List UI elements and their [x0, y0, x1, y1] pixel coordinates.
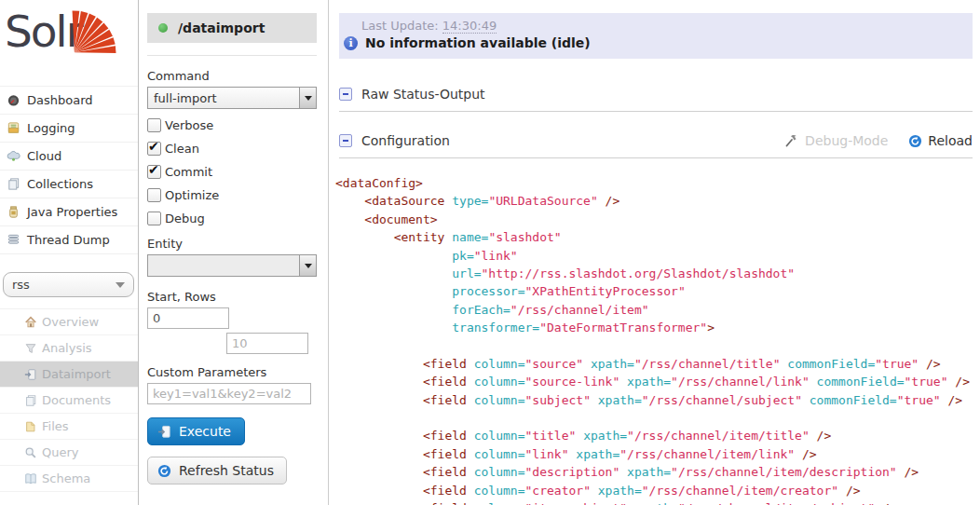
checkbox-row-commit[interactable]: Commit — [147, 165, 317, 179]
command-select-value: full-import — [148, 88, 299, 108]
command-select[interactable]: full-import — [147, 87, 317, 109]
last-update-time: 14:30:49 — [442, 19, 497, 34]
entity-select[interactable] — [147, 254, 317, 277]
files-icon — [24, 420, 37, 433]
rows-input[interactable] — [226, 333, 308, 354]
nav-label: Cloud — [27, 149, 61, 163]
dashboard-icon — [7, 93, 20, 107]
checkbox-row-verbose[interactable]: Verbose — [147, 118, 317, 132]
custom-parameters-input[interactable] — [147, 383, 311, 404]
debug-mode-label: Debug-Mode — [805, 133, 888, 148]
info-icon: i — [344, 36, 358, 50]
sidebar-item-thread-dump[interactable]: Thread Dump — [0, 226, 138, 254]
core-nav-item-documents[interactable]: Documents — [0, 388, 138, 414]
config-code: <dataConfig> <dataSource type="URLDataSo… — [335, 174, 980, 505]
execute-icon — [157, 425, 171, 439]
refresh-status-label: Refresh Status — [179, 463, 274, 478]
status-message: No information available (idle) — [365, 35, 591, 50]
sidebar-item-collections[interactable]: Collections — [0, 171, 138, 198]
start-rows-label: Start, Rows — [147, 290, 317, 304]
nav-label: Java Properties — [27, 205, 117, 219]
nav-label: Collections — [27, 177, 93, 191]
checkbox-row-debug[interactable]: Debug — [147, 212, 317, 225]
core-nav-item-analysis[interactable]: Analysis — [0, 335, 138, 362]
collapse-icon[interactable] — [339, 88, 352, 101]
optimize-checkbox[interactable] — [147, 188, 161, 202]
dataimport-form-panel: /dataimport Command full-import Verbose … — [139, 0, 329, 505]
nav-label: Thread Dump — [27, 233, 110, 247]
configuration-section-header[interactable]: Configuration Debug-Mode Reload — [339, 125, 973, 158]
core-nav-label: Files — [42, 419, 69, 433]
dataimport-icon — [24, 368, 37, 381]
core-nav-item-overview[interactable]: Overview — [0, 309, 138, 335]
status-green-dot-icon — [158, 23, 168, 33]
sidebar-item-cloud[interactable]: Cloud — [0, 143, 138, 171]
hammer-icon — [784, 133, 799, 148]
core-nav-label: Analysis — [42, 341, 92, 355]
section-title: Configuration — [361, 133, 450, 148]
documents-icon — [24, 394, 37, 407]
debug-mode-button[interactable]: Debug-Mode — [784, 133, 888, 148]
command-label: Command — [147, 69, 317, 83]
handler-header: /dataimport — [147, 13, 317, 43]
status-info-box: Last Update: 14:30:49 i No information a… — [339, 13, 973, 59]
core-nav-label: Documents — [42, 393, 111, 407]
checkbox-row-clean[interactable]: Clean — [147, 142, 317, 156]
sidebar-item-logging[interactable]: Logging — [0, 115, 138, 143]
chevron-down-icon — [305, 264, 312, 268]
start-input[interactable] — [147, 307, 229, 329]
schema-icon — [24, 472, 37, 485]
raw-status-output-section-header[interactable]: Raw Status-Output — [339, 78, 973, 112]
last-update: Last Update: 14:30:49 — [361, 19, 963, 33]
last-update-label: Last Update: — [361, 19, 439, 33]
debug-checkbox[interactable] — [147, 212, 161, 225]
core-nav-label: Query — [42, 445, 79, 459]
nav-label: Logging — [27, 121, 75, 135]
select-arrow-button[interactable] — [299, 88, 316, 108]
execute-label: Execute — [179, 424, 231, 439]
sidebar-item-java-properties[interactable]: Java Properties — [0, 198, 138, 226]
reload-icon — [908, 134, 922, 148]
sidebar: Solr Dashboard — [0, 0, 139, 505]
entity-select-value — [148, 255, 299, 276]
reload-label: Reload — [928, 133, 973, 148]
core-selector-dropdown[interactable]: rss — [3, 272, 134, 297]
core-nav-item-query[interactable]: Query — [0, 440, 138, 466]
collections-icon — [7, 177, 20, 191]
core-nav-label: Dataimport — [42, 367, 111, 381]
core-nav-label: Schema — [42, 471, 90, 485]
core-nav-item-schema[interactable]: Schema — [0, 466, 138, 492]
custom-parameters-label: Custom Parameters — [147, 365, 317, 379]
reload-button[interactable]: Reload — [908, 133, 973, 148]
logging-icon — [7, 121, 20, 135]
sidebar-item-dashboard[interactable]: Dashboard — [0, 87, 138, 115]
thread-dump-icon — [7, 233, 20, 247]
overview-icon — [24, 316, 37, 329]
core-nav-label: Overview — [42, 315, 99, 329]
execute-button[interactable]: Execute — [147, 417, 245, 445]
checkbox-label: Optimize — [165, 188, 219, 202]
handler-title: /dataimport — [178, 20, 265, 35]
collapse-icon[interactable] — [339, 134, 352, 147]
section-title: Raw Status-Output — [361, 87, 485, 102]
core-nav: Overview Analysis Dataimport Documents F… — [0, 308, 138, 492]
refresh-icon — [157, 464, 171, 478]
checkbox-row-optimize[interactable]: Optimize — [147, 188, 317, 202]
clean-checkbox[interactable] — [147, 142, 161, 156]
verbose-checkbox[interactable] — [147, 118, 161, 132]
entity-label: Entity — [147, 237, 317, 251]
chevron-down-icon — [305, 96, 312, 101]
core-selector-value: rss — [12, 278, 116, 292]
main-nav: Dashboard Logging Cloud Collections Java… — [0, 86, 138, 254]
analysis-icon — [24, 342, 37, 355]
core-nav-item-files[interactable]: Files — [0, 414, 138, 440]
select-arrow-button[interactable] — [299, 255, 316, 276]
commit-checkbox[interactable] — [147, 165, 161, 179]
checkbox-label: Commit — [165, 165, 212, 179]
query-icon — [24, 446, 37, 459]
java-properties-icon — [7, 205, 20, 219]
cloud-icon — [7, 149, 20, 163]
solr-logo[interactable]: Solr — [0, 0, 138, 86]
core-nav-item-dataimport[interactable]: Dataimport — [0, 362, 138, 388]
refresh-status-button[interactable]: Refresh Status — [147, 457, 287, 485]
